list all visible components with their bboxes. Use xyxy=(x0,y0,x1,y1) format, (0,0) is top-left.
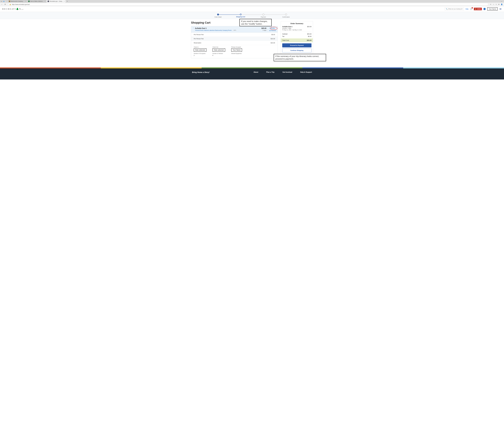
annotation-proceed: If the summary of your trip itinerary lo… xyxy=(274,54,326,61)
remove-label: Remove xyxy=(271,30,276,31)
tax-label: Tax xyxy=(282,36,285,37)
modify-label: Modify xyxy=(271,27,275,29)
order-summary-card: Order Summary AuSable East 1 $25.00 Quan… xyxy=(281,21,313,55)
vehicles-value: 0 xyxy=(212,55,225,56)
step-order-detail: ✓ Order Detail xyxy=(207,14,229,18)
summary-title: Order Summary xyxy=(281,23,313,25)
close-icon[interactable]: × xyxy=(25,0,26,2)
cart-item-card: ⌃ AuSable East 1 Pictured Rocks National… xyxy=(191,26,278,58)
timer-value: 13:21 xyxy=(477,8,481,10)
remove-button[interactable]: 🗑 Remove xyxy=(269,30,276,31)
line-item: Per Person Fee $10.00 xyxy=(191,37,278,41)
occupant-label: Primary Occupant xyxy=(231,46,242,48)
site-logo[interactable]: RECREATI🌲N.gov xyxy=(2,8,24,10)
site-header: RECREATI🌲N.gov 🔍 Help 🛒 1 ⏳ 13:21 👤 Your… xyxy=(0,6,504,12)
cart-badge: 1 xyxy=(472,7,473,9)
timer-badge: ⏳ 13:21 xyxy=(474,8,482,10)
check-in-label: Check In xyxy=(194,46,207,48)
site-footer: Bring Home a Story! About Plan a Trip Ge… xyxy=(0,69,504,79)
collections-icon[interactable]: ⊕ xyxy=(498,3,499,5)
browser-tab-1[interactable]: Backcountry Camping - Pictured × xyxy=(8,0,27,3)
search-input[interactable]: 🔍 xyxy=(445,8,464,10)
subtotal-row: Subtotal $25.00 xyxy=(282,33,311,35)
annotation-modify: If you need to make changes, use the "mo… xyxy=(239,19,272,26)
line-value: $10.00 xyxy=(271,38,275,40)
tax-value: $0.00 xyxy=(308,36,311,37)
pencil-icon: ✎ xyxy=(269,27,270,29)
check-out-label: Check Out xyxy=(212,46,225,48)
continue-shopping-button[interactable]: Continue Shopping xyxy=(282,48,311,52)
footer-link-help[interactable]: Help & Support xyxy=(300,71,312,73)
browser-chrome: ▭ ▮ | Backcountry Camping - Pictured × H… xyxy=(0,0,504,6)
check-in-value: Date selected xyxy=(194,48,207,52)
person-icon: 👤 xyxy=(484,8,485,10)
line-label: Per Person Fee xyxy=(194,34,204,35)
line-item: Reservation $15.00 xyxy=(191,41,278,45)
cart-button[interactable]: 🛒 1 xyxy=(470,8,472,10)
browser-tab-3[interactable]: Recreation.gov - Camping, Cabin × xyxy=(47,0,66,3)
equipment-label: Allowed Equipment xyxy=(231,53,242,54)
summary-quantity: Quantity: 1 Night xyxy=(282,28,311,29)
proceed-payment-button[interactable]: Proceed to Payment xyxy=(282,43,311,47)
cart-nights: 1 Night xyxy=(261,30,267,31)
chevron-up-icon[interactable]: ⌃ xyxy=(193,28,194,29)
occupants-value: 2 xyxy=(194,55,207,56)
refresh-button[interactable]: ⟳ xyxy=(4,3,6,5)
line-label: Reservation xyxy=(194,42,201,44)
step-label: Payment xyxy=(252,16,275,18)
line-value: $0.00 xyxy=(271,34,275,35)
search-field[interactable] xyxy=(448,8,463,10)
menu-button[interactable] xyxy=(499,8,502,10)
cart-item-title: AuSable East 1 xyxy=(195,27,207,29)
browser-tab-2[interactable]: How to Make a Backcountry Cam × xyxy=(27,0,46,3)
step-confirmation: Confirmation xyxy=(275,14,297,18)
vehicles-label: Number of Vehicles xyxy=(212,53,225,54)
line-label: Per Person Fee xyxy=(194,38,204,40)
progress-stepper: ✓ Order Detail Shopping Cart Payment Con… xyxy=(0,12,504,19)
reservation-details: Check In Date selected Number of Occupan… xyxy=(191,45,278,58)
step-label: Shopping Cart xyxy=(229,16,252,18)
minimize-icon[interactable]: — xyxy=(501,0,502,2)
footer-tagline: Bring Home a Story! xyxy=(192,71,209,73)
back-button[interactable]: ← xyxy=(1,3,3,5)
help-link[interactable]: Help xyxy=(465,8,468,10)
user-name[interactable]: Your Name xyxy=(487,7,498,10)
close-icon[interactable]: × xyxy=(45,0,45,2)
avatar[interactable]: 👤 xyxy=(484,8,486,10)
favorites-bar-icon[interactable]: ✩ xyxy=(496,3,497,5)
logo-text: RECREATI xyxy=(2,8,16,10)
permit-link[interactable]: Pictured Rocks National Lakeshore Backco… xyxy=(195,30,232,31)
close-icon[interactable]: × xyxy=(64,0,65,2)
total-label: Total Cost xyxy=(282,40,289,41)
address-bar[interactable]: 🔒 https://www.recreation.gov/cart xyxy=(8,3,488,6)
search-icon: 🔍 xyxy=(446,8,447,10)
occupants-label: Number of Occupants xyxy=(194,53,207,54)
footer-stripe xyxy=(0,68,504,69)
new-tab-button[interactable]: + xyxy=(66,0,69,3)
modify-button[interactable]: ✎ Modify xyxy=(269,27,276,29)
summary-dates: Fri May 12, 2023 - Sat May 13, 2023 xyxy=(282,29,311,31)
logo-accent: 🌲 xyxy=(16,8,19,10)
summary-item-price: $25.00 xyxy=(307,26,311,27)
favicon-icon xyxy=(28,0,30,2)
app-icon: ▮ xyxy=(3,0,5,2)
window-tabs-icon[interactable]: ▭ xyxy=(0,0,2,2)
tab-title: How to Make a Backcountry Cam xyxy=(30,0,44,2)
favicon-icon xyxy=(48,0,49,2)
read-aloud-icon[interactable]: A⁺ xyxy=(490,4,492,5)
step-shopping-cart: Shopping Cart xyxy=(229,14,252,18)
logo-suffix: .gov xyxy=(21,9,24,10)
hourglass-icon: ⏳ xyxy=(475,8,477,10)
lock-icon: 🔒 xyxy=(9,4,11,5)
footer-link-plan[interactable]: Plan a Trip xyxy=(266,71,275,73)
summary-item: AuSable East 1 $25.00 Quantity: 1 Night … xyxy=(282,26,311,32)
tax-row: Tax $0.00 xyxy=(282,35,311,38)
logo-text: N xyxy=(19,8,21,10)
favorite-icon[interactable]: ☆ xyxy=(493,3,494,5)
footer-link-involved[interactable]: Get Involved xyxy=(283,71,292,73)
total-value: $25.00 xyxy=(307,40,311,41)
divider: | xyxy=(5,0,7,2)
profile-icon[interactable]: 👤 xyxy=(501,3,503,5)
url-text: https://www.recreation.gov/cart xyxy=(12,4,30,5)
footer-link-about[interactable]: About xyxy=(254,71,258,73)
